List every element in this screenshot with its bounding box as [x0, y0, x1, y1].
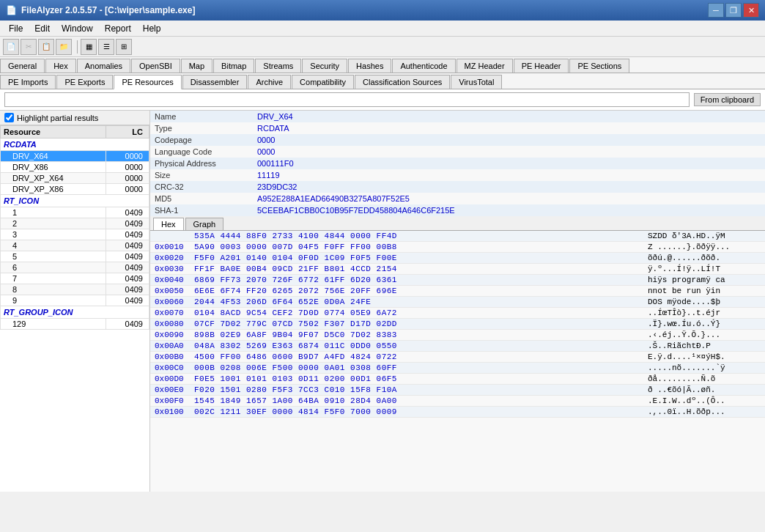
toolbar-btn-7[interactable]: ⊞: [116, 39, 132, 55]
tab-security[interactable]: Security: [302, 59, 347, 73]
hex-row: 0x00E0 F020 1501 0280 F5F3 7CC3 C010 15F…: [150, 385, 765, 396]
menu-edit[interactable]: Edit: [29, 22, 56, 35]
hex-row: 0x0090 898B 02E9 6A8F 9B04 9F07 D5C0 7D0…: [150, 330, 765, 341]
toolbar-btn-1[interactable]: 📄: [3, 39, 19, 55]
right-panel: NameDRV_X64TypeRCDATACodepage0000Languag…: [150, 111, 765, 492]
tab-hex-view[interactable]: Hex: [153, 218, 184, 230]
tab-graph-view[interactable]: Graph: [185, 218, 224, 230]
resource-row[interactable]: 70409: [1, 273, 149, 284]
hex-row: 0x0010 5A90 0003 0000 007D 04F5 F0FF FF0…: [150, 242, 765, 253]
hex-row: 0x00C0 000B 0208 006E F500 0000 0A01 030…: [150, 363, 765, 374]
restore-button[interactable]: ❐: [725, 3, 742, 18]
resource-row[interactable]: DRV_XP_X860000: [1, 184, 149, 195]
property-row: Codepage0000: [150, 134, 765, 146]
titlebar-left: 📄 FileAlyzer 2.0.5.57 - [C:\wiper\sample…: [6, 5, 195, 15]
resource-row[interactable]: 50409: [1, 251, 149, 262]
hex-bytes: 898B 02E9 6A8F 9B04 9F07 D5C0 7D02 8383: [191, 330, 648, 339]
resource-row[interactable]: 40409: [1, 240, 149, 251]
hex-bytes: FF1F BA0E 00B4 09CD 21FF B801 4CCD 2154: [191, 265, 648, 273]
toolbar-btn-2[interactable]: ✂: [21, 39, 37, 55]
tab-pe-exports[interactable]: PE Exports: [56, 75, 113, 89]
tab-hashes[interactable]: Hashes: [348, 59, 391, 73]
hex-row: 0x00B0 4500 FF00 6486 0600 B9D7 A4FD 482…: [150, 352, 765, 363]
hex-row: 0x0030 FF1F BA0E 00B4 09CD 21FF B801 4CC…: [150, 264, 765, 275]
resource-row[interactable]: DRV_X860000: [1, 162, 149, 173]
resource-row[interactable]: DRV_X640000: [1, 151, 149, 162]
hex-bytes: 1545 1849 1657 1A00 64BA 0910 28D4 0A00: [191, 396, 648, 405]
hex-bytes: 000B 0208 006E F500 0000 0A01 0308 60FF: [191, 363, 648, 372]
hex-ascii: .E.I.W..dº..(Ô..: [648, 396, 765, 405]
toolbar: 📄 ✂ 📋 📁 ▦ ☰ ⊞: [0, 37, 765, 57]
tab-pe-imports[interactable]: PE Imports: [0, 75, 56, 89]
col-resource: Resource: [1, 126, 106, 138]
resource-row[interactable]: 1290409: [1, 319, 149, 330]
toolbar-btn-5[interactable]: ▦: [81, 39, 97, 55]
hex-bytes: 07CF 7D02 779C 07CD 7502 F307 D17D 02DD: [191, 319, 648, 328]
property-row: SHA-15CEEBAF1CBB0C10B95F7EDD458804A646C6…: [150, 204, 765, 216]
tab-mz-header[interactable]: MZ Header: [457, 59, 513, 73]
hex-row: 0x00A0 048A 8302 5269 E363 6874 011C 0DD…: [150, 341, 765, 352]
tab-hex[interactable]: Hex: [45, 59, 76, 73]
close-button[interactable]: ✕: [743, 3, 759, 18]
menu-report[interactable]: Report: [99, 22, 137, 35]
hex-ascii: ÿ.º...Í!ÿ..LÍ!T: [648, 265, 765, 273]
tab-bitmap[interactable]: Bitmap: [213, 59, 254, 73]
searchbar: From clipboard: [0, 89, 765, 111]
from-clipboard-button[interactable]: From clipboard: [694, 93, 761, 106]
tab-disassembler[interactable]: Disassembler: [182, 75, 248, 89]
highlight-label: Highlight partial results: [17, 114, 98, 122]
hex-ascii: nnot be run ÿin: [648, 287, 765, 295]
hex-view[interactable]: 535A 4444 88F0 2733 4100 4844 0000 FF4D …: [150, 231, 765, 492]
property-row: Physical Address000111F0: [150, 158, 765, 169]
resource-row[interactable]: 90409: [1, 295, 149, 306]
tab-anomalies[interactable]: Anomalies: [77, 59, 130, 73]
hex-bytes: 6869 FF73 2070 726F 6772 61FF 6D20 6361: [191, 276, 648, 284]
hex-ascii: .Ï}.wœ.Íu.ó..Ý}: [648, 319, 765, 328]
hex-address: 0x0060: [150, 298, 191, 306]
hex-bytes: 048A 8302 5269 E363 6874 011C 0DD0 0550: [191, 341, 648, 350]
property-row: TypeRCDATA: [150, 122, 765, 134]
hex-ascii: .‹.éj..Ÿ.Õ.}...: [648, 330, 765, 339]
tab-pe-sections[interactable]: PE Sections: [569, 59, 629, 73]
titlebar: 📄 FileAlyzer 2.0.5.57 - [C:\wiper\sample…: [0, 0, 765, 21]
tab-virustotal[interactable]: VirusTotal: [451, 75, 502, 89]
hex-row: 0x0040 6869 FF73 2070 726F 6772 61FF 6D2…: [150, 275, 765, 286]
tab-opensbi[interactable]: OpenSBI: [131, 59, 180, 73]
menu-help[interactable]: Help: [137, 22, 167, 35]
resource-table: Resource LC RCDATADRV_X640000DRV_X860000…: [0, 125, 149, 330]
resource-row[interactable]: 10409: [1, 207, 149, 218]
tab-streams[interactable]: Streams: [255, 59, 301, 73]
toolbar-btn-6[interactable]: ☰: [98, 39, 114, 55]
app-title: FileAlyzer 2.0.5.57 - [C:\wiper\sample.e…: [21, 5, 195, 15]
hex-row: 0x0100 002C 1211 30EF 0000 4814 F5F0 700…: [150, 407, 765, 418]
highlight-bar: Highlight partial results: [0, 111, 149, 125]
hex-bytes: 4500 FF00 6486 0600 B9D7 A4FD 4824 0722: [191, 352, 648, 361]
resource-row[interactable]: DRV_XP_X640000: [1, 173, 149, 184]
tab-pe-resources[interactable]: PE Resources: [114, 75, 181, 89]
tab-archive[interactable]: Archive: [248, 75, 291, 89]
highlight-checkbox[interactable]: [4, 113, 14, 122]
minimize-button[interactable]: ─: [708, 3, 724, 18]
menu-file[interactable]: File: [3, 22, 29, 35]
tab-classification-sources[interactable]: Classification Sources: [355, 75, 450, 89]
toolbar-btn-4[interactable]: 📁: [56, 39, 72, 55]
hex-ascii: õðú.@......ðõð.: [648, 254, 765, 262]
toolbar-btn-3[interactable]: 📋: [38, 39, 54, 55]
resource-row[interactable]: 60409: [1, 262, 149, 273]
resource-group-header: RCDATA: [1, 138, 149, 151]
search-input[interactable]: [4, 92, 690, 107]
hex-address: 0x0100: [150, 407, 191, 416]
hex-ascii: Z ......}.õðÿÿ...: [648, 243, 765, 251]
hex-address: 0x00B0: [150, 352, 191, 361]
tab-map[interactable]: Map: [181, 59, 212, 73]
left-panel: Highlight partial results Resource LC RC…: [0, 111, 150, 492]
tab-general[interactable]: General: [0, 59, 45, 73]
menu-window[interactable]: Window: [56, 22, 99, 35]
resource-row[interactable]: 20409: [1, 218, 149, 229]
tab-pe-header[interactable]: PE Header: [514, 59, 569, 73]
hex-row: 0x00F0 1545 1849 1657 1A00 64BA 0910 28D…: [150, 396, 765, 407]
resource-row[interactable]: 30409: [1, 229, 149, 240]
tab-authenticode[interactable]: Authenticode: [392, 59, 455, 73]
tab-compatibility[interactable]: Compatibility: [292, 75, 354, 89]
resource-row[interactable]: 80409: [1, 284, 149, 295]
